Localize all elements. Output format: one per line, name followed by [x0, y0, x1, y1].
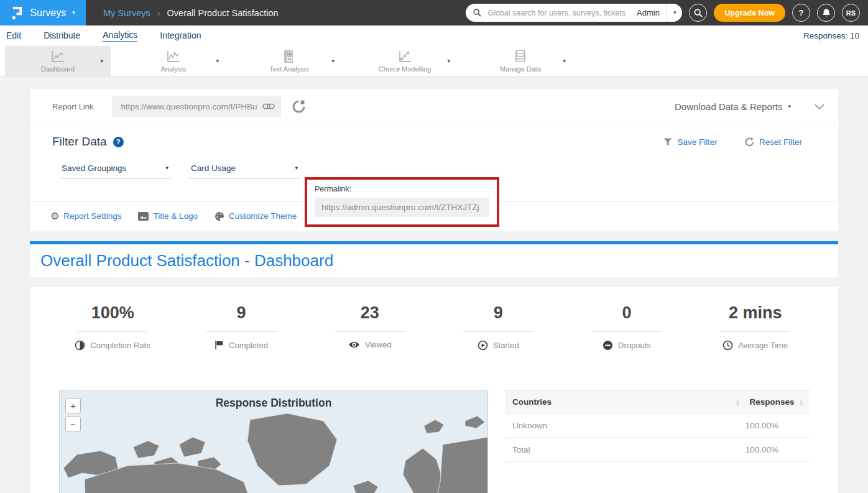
tab-analytics[interactable]: Analytics: [103, 30, 137, 42]
title-logo-label: Title & Logo: [153, 211, 198, 221]
breadcrumb-current-survey: Overall Product Satisfaction: [167, 8, 279, 18]
save-filter-button[interactable]: Save Filter: [663, 137, 718, 147]
play-circle-icon: [478, 340, 488, 351]
line-chart-icon: [50, 50, 65, 63]
tab-distribute[interactable]: Distribute: [44, 30, 80, 42]
report-link-value[interactable]: https://www.questionpro.com/t/PHBu: [121, 102, 262, 111]
caret-down-icon[interactable]: ▾: [563, 58, 566, 64]
avatar[interactable]: RS: [842, 4, 860, 22]
survey-nav: Edit Distribute Analytics Integration Re…: [0, 25, 868, 46]
caret-down-icon: ▾: [673, 10, 676, 16]
report-link-label: Report Link: [52, 102, 93, 111]
toolbar-item-label: Dashboard: [41, 65, 75, 73]
notifications-button[interactable]: [817, 4, 835, 22]
toolbar-item-label: Manage Data: [500, 65, 541, 73]
analysis-chart-icon: [166, 50, 181, 63]
world-map: [60, 412, 488, 493]
toolbar-item-text-analysis[interactable]: Text Analysis ▾: [236, 46, 342, 76]
toolbar-item-choice-modelling[interactable]: Choice Modelling ▾: [352, 46, 458, 76]
divider: [335, 331, 405, 332]
customize-theme-link[interactable]: Customize Theme: [215, 211, 297, 221]
tab-integration[interactable]: Integration: [160, 30, 201, 42]
filter-dropdowns: Saved Groupings ▾ Card Usage ▾: [30, 164, 838, 178]
sort-down-arrow: ▼: [800, 402, 803, 405]
toolbar-item-dashboard[interactable]: Dashboard ▾: [5, 46, 111, 76]
report-settings-link[interactable]: ⚙ Report Settings: [50, 211, 121, 221]
stat-label: Viewed: [365, 340, 391, 349]
stat-label-row: Average Time: [723, 340, 788, 351]
search-scope-label: Admin: [634, 8, 667, 17]
text-document-icon: [282, 50, 297, 63]
tab-edit[interactable]: Edit: [6, 30, 21, 42]
card-usage-dropdown[interactable]: Card Usage ▾: [188, 164, 300, 178]
stat-label: Average Time: [738, 341, 788, 350]
countries-table: Countries ▲ ▼ Responses ▲ ▼ Unknown 100.…: [505, 390, 810, 462]
search-icon: [694, 9, 703, 17]
customize-theme-label: Customize Theme: [229, 211, 297, 221]
stat-label-row: Completed: [215, 340, 268, 350]
report-settings-label: Report Settings: [63, 211, 121, 221]
filter-data-title: Filter Data: [52, 135, 107, 149]
column-responses[interactable]: Responses: [750, 397, 795, 407]
collapse-panel-button[interactable]: [815, 104, 824, 109]
country-cell: Unknown: [512, 421, 547, 430]
global-search-input[interactable]: [486, 8, 634, 18]
upgrade-now-button[interactable]: Upgrade Now: [714, 4, 785, 22]
stat-value: 100%: [91, 303, 134, 323]
contrast-icon: [75, 340, 85, 351]
title-logo-link[interactable]: Title & Logo: [138, 211, 198, 221]
saved-groupings-dropdown[interactable]: Saved Groupings ▾: [59, 164, 171, 178]
table-header: Countries ▲ ▼ Responses ▲ ▼: [505, 390, 810, 413]
help-button[interactable]: ?: [792, 4, 810, 22]
divider: [721, 331, 790, 332]
search-button[interactable]: [689, 4, 707, 22]
caret-down-icon[interactable]: ▾: [447, 58, 450, 64]
stat-completed: 9 Completed: [177, 303, 306, 351]
map-zoom-out-button[interactable]: −: [65, 417, 81, 432]
stat-value: 0: [622, 303, 631, 323]
card-usage-label: Card Usage: [191, 164, 236, 173]
toolbar-item-label: Choice Modelling: [379, 65, 431, 73]
table-row: Unknown 100.00%: [505, 413, 810, 438]
avatar-initials: RS: [846, 9, 856, 17]
sort-icon[interactable]: ▲ ▼: [736, 399, 739, 405]
stat-label: Completion Rate: [90, 341, 150, 350]
map-zoom-in-button[interactable]: +: [65, 398, 81, 413]
filter-actions: Save Filter Reset Filter: [663, 137, 838, 147]
country-cell: Total: [512, 445, 530, 454]
report-link-field[interactable]: https://www.questionpro.com/t/PHBu: [112, 96, 281, 117]
sort-down-arrow: ▼: [736, 402, 739, 405]
product-switcher[interactable]: Surveys ▾: [0, 0, 86, 25]
share-secure-icon[interactable]: [292, 100, 305, 113]
stat-label-row: Completion Rate: [75, 340, 150, 351]
save-filter-label: Save Filter: [677, 137, 718, 147]
filter-header: Filter Data ? Save Filter Reset Filter: [30, 124, 838, 149]
column-countries[interactable]: Countries: [512, 397, 731, 407]
responses-cell: 100.00%: [746, 445, 803, 454]
toolbar-item-manage-data[interactable]: Manage Data ▾: [468, 46, 573, 76]
caret-down-icon[interactable]: ▾: [331, 58, 335, 64]
breadcrumb-my-surveys[interactable]: My Surveys: [103, 8, 150, 18]
stat-dropouts: 0 Dropouts: [563, 303, 691, 351]
caret-down-icon[interactable]: ▾: [100, 58, 103, 64]
global-search[interactable]: Admin ▾: [466, 4, 682, 22]
caret-down-icon[interactable]: ▾: [216, 58, 219, 64]
filter-data-section: Filter Data ? Save Filter Reset Filter: [30, 124, 838, 201]
minus-circle-icon: [603, 340, 613, 351]
divider: [463, 331, 533, 332]
response-distribution-map[interactable]: Response Distribution + −: [59, 390, 488, 493]
permalink-label: Permalink:: [315, 185, 489, 193]
breadcrumb: My Surveys › Overall Product Satisfactio…: [103, 8, 279, 18]
reset-filter-button[interactable]: Reset Filter: [745, 137, 802, 147]
eye-icon: [348, 341, 360, 349]
download-data-reports-menu[interactable]: Download Data & Reports ▾: [675, 101, 791, 112]
download-menu-label: Download Data & Reports: [675, 101, 782, 112]
stat-label: Started: [493, 341, 519, 350]
filter-help-icon[interactable]: ?: [113, 137, 124, 147]
bell-icon: [822, 8, 831, 17]
sort-icon[interactable]: ▲ ▼: [800, 399, 803, 405]
toolbar-item-label: Analysis: [161, 65, 187, 73]
search-scope-dropdown[interactable]: ▾: [667, 4, 683, 22]
toolbar-item-analysis[interactable]: Analysis ▾: [121, 46, 226, 76]
permalink-field[interactable]: https://admin.questionpro.com/t/ZTHXJTZj: [315, 198, 489, 217]
